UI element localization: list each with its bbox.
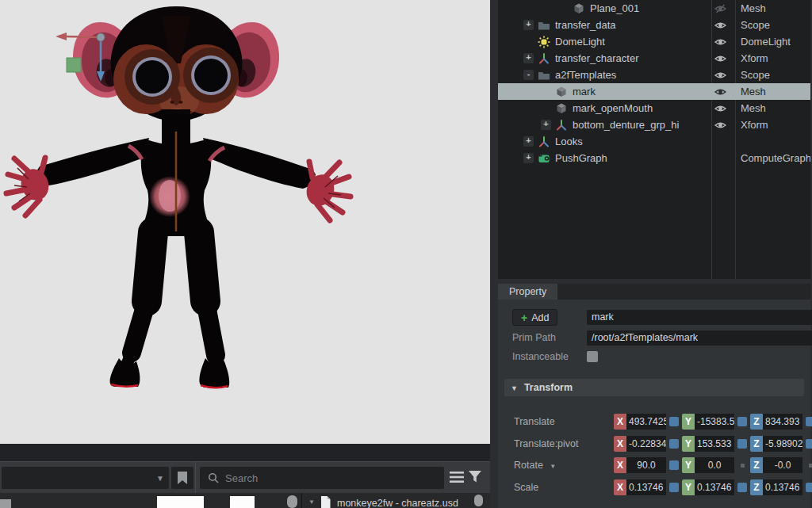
- path-dropdown-icon[interactable]: ▼: [156, 474, 164, 483]
- content-thumbnail[interactable]: [157, 496, 204, 508]
- value-state-indicator[interactable]: [737, 439, 747, 449]
- filter-icon[interactable]: [468, 469, 482, 485]
- prim-name-field[interactable]: mark: [587, 310, 812, 325]
- content-thumbnail[interactable]: [230, 496, 255, 508]
- expander-toggle[interactable]: +: [523, 153, 534, 163]
- value-field-y[interactable]: 153.533: [695, 436, 734, 452]
- value-field-y[interactable]: 0.13746: [695, 479, 734, 495]
- expander-toggle[interactable]: +: [541, 120, 551, 130]
- visibility-toggle[interactable]: [706, 50, 734, 67]
- value-state-indicator[interactable]: [669, 439, 679, 449]
- transform-section-header[interactable]: ▼Transform: [504, 379, 804, 396]
- value-field-z[interactable]: -0.0: [763, 457, 802, 473]
- value-field-z[interactable]: 0.13746: [763, 479, 802, 495]
- visibility-eye-icon: [714, 19, 727, 32]
- add-button[interactable]: + Add: [512, 309, 557, 326]
- transform-row-label: Scale: [514, 482, 538, 493]
- prim-name: Plane_001: [590, 2, 639, 14]
- stage-row-DomeLight[interactable]: DomeLightDomeLight: [498, 33, 810, 50]
- value-state-indicator[interactable]: [737, 417, 747, 426]
- expander-spacer: [541, 86, 551, 97]
- character-head: [111, 6, 243, 121]
- search-input[interactable]: Search: [200, 467, 444, 489]
- value-field-x[interactable]: 493.7425: [626, 414, 666, 430]
- value-state-indicator[interactable]: [669, 460, 679, 470]
- prim-type: Mesh: [741, 83, 810, 100]
- viewport-3d[interactable]: [0, 0, 490, 444]
- value-field-y[interactable]: 0.0: [695, 457, 734, 473]
- value-field-x[interactable]: -0.22834: [626, 436, 666, 452]
- axis-badge-y: Y: [682, 436, 695, 452]
- expander-toggle[interactable]: -: [523, 70, 534, 80]
- stage-row-Looks[interactable]: +Looks: [498, 133, 810, 150]
- expander-toggle[interactable]: +: [523, 53, 534, 63]
- file-entry-name[interactable]: monkeye2fw - chareatz.usd: [337, 498, 464, 508]
- axis-badge-z: Z: [750, 479, 763, 495]
- stage-row-mark[interactable]: markMesh: [498, 83, 810, 100]
- expander-toggle[interactable]: +: [523, 20, 534, 30]
- prim-type: Scope: [741, 67, 810, 83]
- axis-badge-y: Y: [682, 479, 695, 495]
- stage-row-mark_openMouth[interactable]: mark_openMouthMesh: [498, 100, 810, 116]
- mesh-cube-icon: [573, 2, 585, 15]
- axis-badge-z: Z: [750, 436, 763, 452]
- value-state-indicator[interactable]: [806, 439, 812, 449]
- stage-row-bottom_denture_grp_hi[interactable]: +bottom_denture_grp_hiXform: [498, 116, 810, 133]
- prim-name: mark_openMouth: [573, 102, 653, 114]
- search-icon: [208, 472, 219, 483]
- transform-row-translate-pivot: Translate:pivotX-0.22834Y153.533Z-5.9890…: [498, 436, 810, 452]
- rotate-order-caret-icon[interactable]: ▼: [550, 463, 556, 470]
- visibility-toggle: [706, 150, 734, 166]
- visibility-toggle[interactable]: [706, 100, 734, 116]
- value-state-indicator[interactable]: [806, 460, 812, 470]
- dome-light-icon: [538, 36, 550, 48]
- stage-row-transfer_character[interactable]: +transfer_characterXform: [498, 50, 810, 67]
- file-expand-caret-icon[interactable]: ▼: [308, 498, 315, 506]
- value-field-y[interactable]: -15383.5: [695, 414, 734, 430]
- stage-row-transfer_data[interactable]: +transfer_dataScope: [498, 17, 810, 33]
- content-scrollbar[interactable]: [287, 495, 297, 508]
- file-panel-scrollbar[interactable]: [474, 495, 483, 506]
- expander-toggle[interactable]: +: [523, 136, 534, 147]
- expander-spacer: [523, 36, 534, 47]
- prim-name: DomeLight: [555, 36, 605, 48]
- stage-tree: Plane_001Mesh+transfer_dataScopeDomeLigh…: [498, 0, 810, 166]
- axis-badge-y: Y: [682, 414, 695, 430]
- bookmark-button[interactable]: [171, 467, 193, 489]
- mesh-cube-icon: [555, 102, 568, 115]
- xform-axis-icon: [538, 136, 550, 148]
- visibility-toggle[interactable]: [706, 33, 734, 50]
- value-state-indicator[interactable]: [806, 417, 812, 426]
- visibility-toggle[interactable]: [706, 17, 734, 33]
- instanceable-checkbox[interactable]: [587, 351, 598, 362]
- content-toolbar: ▼ Search: [0, 461, 490, 493]
- value-state-indicator[interactable]: [669, 417, 679, 426]
- value-state-indicator[interactable]: [669, 483, 679, 492]
- value-state-indicator[interactable]: [737, 483, 747, 492]
- value-field-x[interactable]: 0.13746: [626, 479, 666, 495]
- list-view-icon[interactable]: [449, 469, 465, 485]
- tab-property[interactable]: Property: [498, 284, 557, 300]
- axis-badge-y: Y: [682, 457, 695, 473]
- visibility-toggle[interactable]: [706, 67, 734, 83]
- stage-row-Plane_001[interactable]: Plane_001Mesh: [498, 0, 810, 17]
- value-state-indicator[interactable]: [737, 460, 747, 470]
- prim-name: Looks: [555, 136, 583, 147]
- visibility-toggle[interactable]: [706, 116, 734, 133]
- prim-path-field[interactable]: /root/a2fTemplates/mark: [587, 330, 812, 346]
- value-field-z[interactable]: 834.393: [763, 414, 802, 430]
- stage-row-PushGraph[interactable]: +PushGraphComputeGraph: [498, 150, 810, 166]
- visibility-toggle[interactable]: [706, 83, 734, 100]
- property-tabbar: Property: [498, 284, 810, 300]
- path-field[interactable]: ▼: [2, 467, 169, 489]
- visibility-toggle[interactable]: [706, 0, 734, 17]
- axis-badge-x: X: [614, 436, 626, 452]
- stage-panel: Plane_001Mesh+transfer_dataScopeDomeLigh…: [498, 0, 810, 279]
- value-state-indicator[interactable]: [806, 483, 812, 492]
- stage-row-a2fTemplates[interactable]: -a2fTemplatesScope: [498, 67, 810, 83]
- content-thumbnail[interactable]: [0, 499, 11, 508]
- prim-name: PushGraph: [555, 152, 607, 164]
- value-field-z[interactable]: -5.98902: [763, 436, 802, 452]
- value-field-x[interactable]: 90.0: [626, 457, 666, 473]
- transform-row-scale: ScaleX0.13746Y0.13746Z0.13746: [498, 479, 810, 495]
